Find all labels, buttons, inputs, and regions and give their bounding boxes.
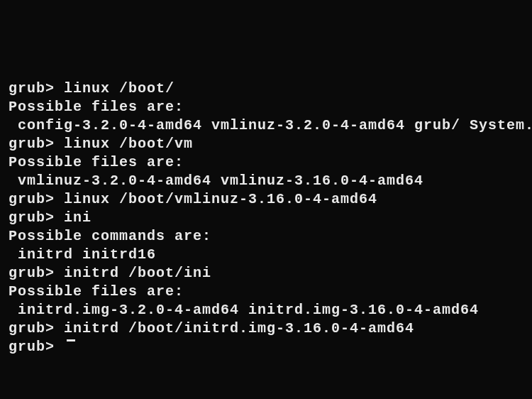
command-line: grub> ini bbox=[9, 209, 523, 227]
grub-prompt: grub> bbox=[9, 135, 64, 153]
command-line: grub> initrd /boot/ini bbox=[9, 264, 523, 283]
output-line: config-3.2.0-4-amd64 vmlinuz-3.2.0-4-amd… bbox=[9, 116, 523, 135]
grub-prompt: grub> bbox=[9, 209, 64, 227]
grub-prompt: grub> bbox=[9, 80, 64, 98]
command-line: grub> bbox=[9, 338, 523, 356]
grub-prompt: grub> bbox=[9, 319, 64, 338]
command-text: ini bbox=[64, 209, 92, 227]
output-line: Possible files are: bbox=[9, 98, 523, 116]
cursor bbox=[67, 339, 75, 341]
output-line: vmlinuz-3.2.0-4-amd64 vmlinuz-3.16.0-4-a… bbox=[9, 172, 523, 190]
command-line: grub> linux /boot/vm bbox=[9, 135, 523, 153]
command-line: grub> initrd /boot/initrd.img-3.16.0-4-a… bbox=[9, 319, 523, 338]
output-line: Possible files are: bbox=[9, 283, 523, 301]
grub-prompt: grub> bbox=[9, 338, 64, 356]
grub-prompt: grub> bbox=[9, 264, 64, 283]
command-text: initrd /boot/ini bbox=[64, 264, 211, 283]
grub-terminal[interactable]: grub> linux /boot/Possible files are: co… bbox=[9, 80, 523, 399]
output-line: Possible commands are: bbox=[9, 227, 523, 246]
output-line: initrd.img-3.2.0-4-amd64 initrd.img-3.16… bbox=[9, 301, 523, 319]
command-text: linux /boot/ bbox=[64, 80, 174, 98]
output-line: initrd initrd16 bbox=[9, 246, 523, 264]
command-text: linux /boot/vm bbox=[64, 135, 193, 153]
command-text: linux /boot/vmlinuz-3.16.0-4-amd64 bbox=[64, 190, 377, 209]
grub-prompt: grub> bbox=[9, 190, 64, 209]
output-line: Possible files are: bbox=[9, 153, 523, 172]
command-text: initrd /boot/initrd.img-3.16.0-4-amd64 bbox=[64, 319, 414, 338]
command-line: grub> linux /boot/vmlinuz-3.16.0-4-amd64 bbox=[9, 190, 523, 209]
command-line: grub> linux /boot/ bbox=[9, 80, 523, 98]
